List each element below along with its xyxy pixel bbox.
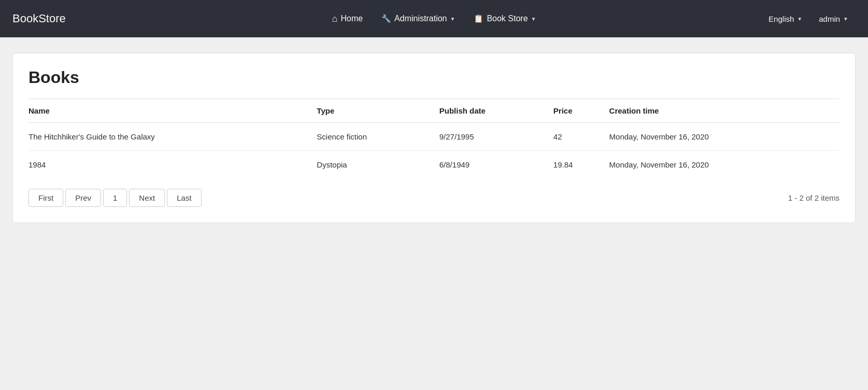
nav-home[interactable]: Home (325, 9, 371, 29)
pagination-first[interactable]: First (29, 189, 63, 207)
row1-name: The Hitchhiker's Guide to the Galaxy (29, 123, 317, 151)
brand-logo[interactable]: BookStore (12, 12, 66, 25)
administration-caret: ▼ (450, 16, 455, 22)
nav-administration[interactable]: Administration ▼ (374, 10, 462, 27)
row1-price: 42 (553, 123, 609, 151)
nav-center: Home Administration ▼ Book Store ▼ (325, 9, 544, 29)
page-title: Books (29, 68, 839, 87)
bookstore-caret: ▼ (531, 16, 536, 22)
table-head: Name Type Publish date Price Creation ti… (29, 99, 839, 123)
row1-creation-time: Monday, November 16, 2020 (609, 123, 839, 151)
row2-price: 19.84 (553, 151, 609, 179)
wrench-icon (381, 14, 391, 23)
nav-home-label: Home (340, 14, 363, 23)
row1-publish-date: 9/27/1995 (439, 123, 553, 151)
home-icon (332, 13, 338, 24)
col-publish-date: Publish date (439, 99, 553, 123)
row2-name: 1984 (29, 151, 317, 179)
user-label: admin (819, 15, 840, 23)
pagination-prev[interactable]: Prev (65, 189, 101, 207)
books-table: Name Type Publish date Price Creation ti… (29, 99, 839, 178)
col-price: Price (553, 99, 609, 123)
nav-bookstore[interactable]: Book Store ▼ (466, 10, 543, 27)
pagination-next[interactable]: Next (129, 189, 165, 207)
row2-type: Dystopia (317, 151, 439, 179)
user-caret: ▼ (843, 16, 848, 22)
table-header-row: Name Type Publish date Price Creation ti… (29, 99, 839, 123)
nav-user[interactable]: admin ▼ (812, 10, 856, 27)
col-type: Type (317, 99, 439, 123)
table-row: The Hitchhiker's Guide to the Galaxy Sci… (29, 123, 839, 151)
nav-bookstore-label: Book Store (487, 14, 528, 23)
pagination: First Prev 1 Next Last 1 - 2 of 2 items (29, 189, 839, 207)
row2-publish-date: 6/8/1949 (439, 151, 553, 179)
row1-type: Science fiction (317, 123, 439, 151)
col-name: Name (29, 99, 317, 123)
navbar: BookStore Home Administration ▼ Book Sto… (0, 0, 868, 37)
row2-creation-time: Monday, November 16, 2020 (609, 151, 839, 179)
pagination-info: 1 - 2 of 2 items (788, 193, 839, 202)
card-body: Name Type Publish date Price Creation ti… (13, 99, 855, 222)
main-content: Books Name Type Publish date Price Creat… (0, 37, 868, 239)
col-creation-time: Creation time (609, 99, 839, 123)
nav-administration-label: Administration (394, 14, 447, 23)
language-caret: ▼ (797, 16, 802, 22)
nav-right: English ▼ admin ▼ (761, 10, 856, 27)
card-header: Books (13, 53, 855, 99)
nav-language[interactable]: English ▼ (761, 10, 809, 27)
pagination-last[interactable]: Last (167, 189, 201, 207)
table-body: The Hitchhiker's Guide to the Galaxy Sci… (29, 123, 839, 179)
book-icon (474, 14, 483, 23)
books-card: Books Name Type Publish date Price Creat… (12, 53, 856, 223)
pagination-page-number[interactable]: 1 (103, 189, 127, 207)
table-row: 1984 Dystopia 6/8/1949 19.84 Monday, Nov… (29, 151, 839, 179)
language-label: English (769, 15, 794, 23)
